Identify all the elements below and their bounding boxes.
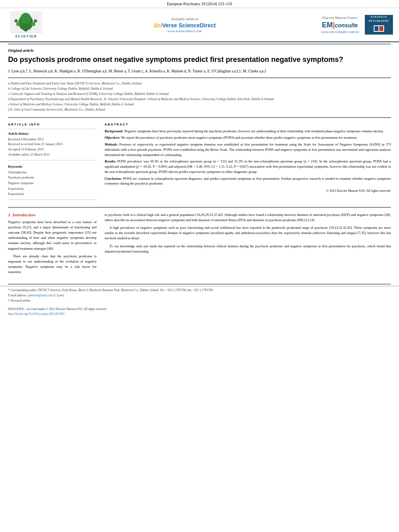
intro-left-text: Negative symptoms have been described as… xyxy=(8,220,97,275)
info-mid-divider xyxy=(8,160,97,160)
keyword-3: Negative symptoms xyxy=(8,181,97,186)
keyword-1: Schizophrenia xyxy=(8,170,97,175)
intro-para1: Negative symptoms have been described as… xyxy=(8,220,97,251)
available-text: Available online at xyxy=(52,17,317,21)
objectives-text: We report the prevalence of psychosis pr… xyxy=(121,136,358,140)
abstract-methods: Methods: Presence of expressivity or exp… xyxy=(105,142,391,157)
header-divider xyxy=(8,44,391,44)
received-date: Received 4 December 2012 xyxy=(8,137,97,142)
svg-point-5 xyxy=(31,22,35,26)
svg-rect-9 xyxy=(374,26,378,31)
sciverse-logo: SciVerse ScienceDirect xyxy=(52,22,317,29)
info-abstract-section: ARTICLE INFO Article history: Received 4… xyxy=(0,119,399,205)
email-link[interactable]: johnlyne@mail.com xyxy=(28,294,52,297)
results-text: PONS prevalence was 50.3% in the schizop… xyxy=(105,159,391,174)
article-info-header: ARTICLE INFO xyxy=(8,123,97,126)
email-label: E-mail address: xyxy=(8,294,27,297)
abstract-column: ABSTRACT Background: Negative symptoms h… xyxy=(105,123,391,202)
accepted-date: Accepted 13 February 2013 xyxy=(8,147,97,152)
bottom-bar: 0924-9338/$ – see front matter © 2013 El… xyxy=(0,305,399,318)
affiliations-block: a Dublin and East Treatment and Early Ca… xyxy=(0,80,399,116)
abstract-objectives: Objectives: We report the prevalence of … xyxy=(105,135,391,140)
intro-para2: There are already clues that the psychos… xyxy=(8,254,97,275)
sciencedirect-label: ScienceDirect xyxy=(179,22,216,29)
affiliation-b: b College of Life Sciences, University C… xyxy=(8,86,391,91)
intro-number: 1. xyxy=(8,212,11,217)
intro-left-column: 1. Introduction Negative symptoms have b… xyxy=(8,212,97,277)
objectives-label: Objectives: xyxy=(105,136,120,140)
consulte-text: consulte xyxy=(335,22,358,29)
svg-rect-10 xyxy=(379,26,383,31)
methods-label: Methods: xyxy=(105,142,118,146)
sciverse-verse: Verse xyxy=(162,22,179,29)
elsevier-logo: ELSEVIER xyxy=(4,11,48,38)
intro-para3: to psychosis, both in a clinical high ri… xyxy=(105,212,391,223)
em-logo: EM|consulte xyxy=(321,21,359,29)
sciencedirect-info: Available online at SciVerse ScienceDire… xyxy=(52,17,317,33)
doi-link[interactable]: http://dx.doi.org/10.1016/j.eurpsy.2013.… xyxy=(8,312,64,316)
journal-citation: European Psychiatry 29 (2014) 153–159 xyxy=(167,2,232,6)
keyword-4: Expressivity xyxy=(8,186,97,192)
revised-date: Received in revised form 21 January 2013 xyxy=(8,142,97,147)
keyword-5: Experiential xyxy=(8,191,97,197)
svg-point-7 xyxy=(34,19,37,23)
sciencedirect-url[interactable]: www.sciencedirect.com xyxy=(167,29,202,33)
em-label: Elsevier Masson France xyxy=(321,16,359,20)
intro-right-text: to psychosis, both in a clinical high ri… xyxy=(105,212,391,254)
abstract-conclusion: Conclusion: PONS are common in schizophr… xyxy=(105,176,391,187)
ep-badge-line2: PSYCHIATRY xyxy=(366,19,391,23)
keywords-label: Keywords: xyxy=(8,164,97,168)
authors-line: J. Lyne a,b,*, L. Renwick a,b, K. Madiga… xyxy=(0,67,399,76)
svg-point-4 xyxy=(16,22,20,26)
intro-title: Introduction xyxy=(12,212,35,217)
footnotes-block: * Corresponding author. DETECT Services,… xyxy=(0,286,399,306)
history-label: Article history: xyxy=(8,131,97,136)
info-bottom-divider xyxy=(8,199,97,200)
issn-line: 0924-9338/$ – see front matter © 2013 El… xyxy=(8,307,391,311)
authors-text: J. Lyne a,b,*, L. Renwick a,b, K. Madiga… xyxy=(8,69,266,73)
abstract-results: Results: PONS prevalence was 50.3% in th… xyxy=(105,159,391,174)
ep-badge-container: EUROPEAN PSYCHIATRY xyxy=(363,15,395,35)
elsevier-wordmark: ELSEVIER xyxy=(15,34,37,38)
abstract-copyright: © 2013 Elsevier Masson SAS. All rights r… xyxy=(105,189,391,193)
main-content: 1. Introduction Negative symptoms have b… xyxy=(0,209,399,281)
abstract-header: ABSTRACT xyxy=(105,123,391,126)
corresponding-author-note: * Corresponding author. DETECT Services,… xyxy=(8,288,391,292)
article-type: Original article xyxy=(0,46,399,53)
ep-badge-icon xyxy=(366,25,391,34)
article-info-column: ARTICLE INFO Article history: Received 4… xyxy=(8,123,97,202)
available-date: Available online 22 March 2013 xyxy=(8,152,97,158)
sciverse-label: Sci xyxy=(154,22,162,29)
abstract-main-divider xyxy=(8,207,391,207)
info-top-divider xyxy=(8,129,97,129)
results-label: Results: xyxy=(105,159,116,163)
affiliation-d: d Department of Psychiatry, Psychotherap… xyxy=(8,97,391,102)
intro-section-title: 1. Introduction xyxy=(8,212,97,217)
svg-point-6 xyxy=(14,19,18,23)
email-author: (J. Lyne). xyxy=(53,294,65,297)
ep-badge: EUROPEAN PSYCHIATRY xyxy=(365,15,393,35)
affiliation-a: a Dublin and East Treatment and Early Ca… xyxy=(8,81,391,86)
footnote-divider xyxy=(8,284,391,284)
email-note: E-mail address: johnlyne@mail.com (J. Ly… xyxy=(8,293,391,298)
elsevier-tree-icon xyxy=(10,11,42,33)
intro-para4: A high prevalence of negative symptoms s… xyxy=(105,225,391,241)
methods-text: Presence of expressivity or experiential… xyxy=(105,142,391,157)
conclusion-text: PONS are common in schizophrenia spectru… xyxy=(105,177,391,186)
abstract-background: Background: Negative symptoms have been … xyxy=(105,129,391,134)
abstract-body: Background: Negative symptoms have been … xyxy=(105,129,391,194)
intro-right-column: to psychosis, both in a clinical high ri… xyxy=(105,212,391,277)
ep-badge-line1: EUROPEAN xyxy=(366,16,391,19)
conclusion-label: Conclusion: xyxy=(105,177,122,181)
keyword-2: Psychosis prodrome xyxy=(8,175,97,181)
em-consulte-info: Elsevier Masson France EM|consulte www.e… xyxy=(321,16,359,34)
affiliations-divider xyxy=(8,117,391,118)
em-url[interactable]: www.em-consulte.com/en xyxy=(321,30,359,34)
deceased-note: † Deceased author. xyxy=(8,298,391,303)
journal-header: European Psychiatry 29 (2014) 153–159 xyxy=(0,0,399,8)
background-text: Negative symptoms have been previously r… xyxy=(124,129,384,133)
affiliation-e: e School of Medicine and Medical Science… xyxy=(8,102,391,107)
svg-point-3 xyxy=(21,13,31,24)
article-title: Do psychosis prodrome onset negative sym… xyxy=(0,53,399,67)
affiliation-f: f St. John of God Community Services Ltd… xyxy=(8,107,391,112)
